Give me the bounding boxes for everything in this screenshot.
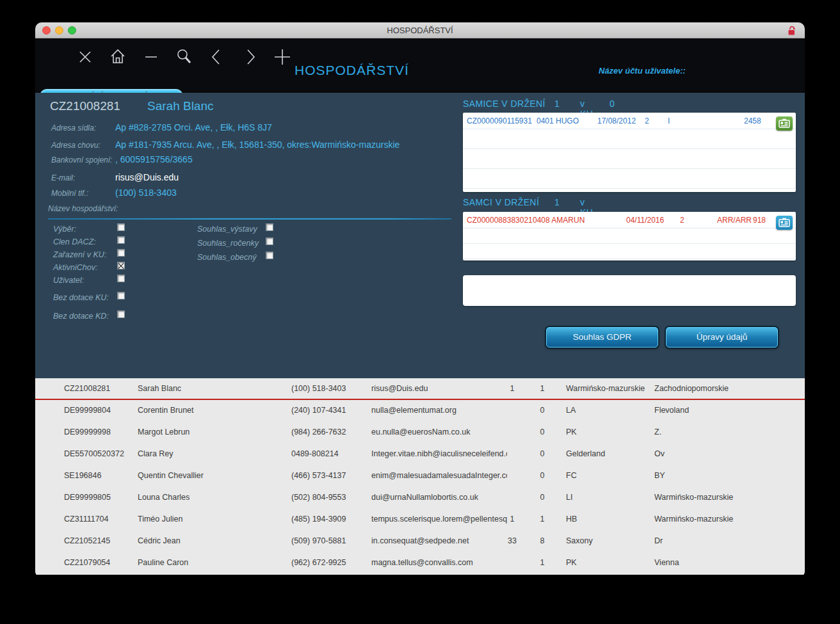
cell-name: Pauline Caron [138,552,188,573]
mobil-value[interactable]: (100) 518-3403 [115,188,177,198]
cell-name: Louna Charles [138,487,190,508]
forward-icon[interactable] [241,47,260,66]
cell-count1: 1 [503,378,522,399]
adresa-chovu-value[interactable]: Ap #181-7935 Arcu. Ave, , Ełk, 15681-350… [115,140,400,150]
cell-count2: 0 [538,465,547,486]
checkbox[interactable] [117,262,125,269]
cell-id: CZ31111704 [64,509,109,530]
cell-id: DE99999805 [64,487,111,508]
cell-name: Cédric Jean [138,531,181,552]
empty-list-row [463,228,796,244]
back-icon[interactable] [207,47,226,66]
checkbox-row: Clen DACZ: [53,236,181,248]
home-icon[interactable] [108,47,127,66]
user-account-label: Název účtu uživatele:: [599,66,686,76]
cell-phone: (984) 266-7632 [291,422,346,443]
bankovni-spojeni-value[interactable]: , 6005915756/3665 [115,154,193,164]
checkbox[interactable] [117,275,125,282]
adresa-sidla-value[interactable]: Ap #828-2785 Orci. Ave, , Ełk, H6S 8J7 [115,122,272,132]
checkbox-label: Výběr: [53,225,76,234]
cell-count2: 0 [538,487,547,508]
cell-phone: (100) 518-3403 [291,378,346,399]
cell-count1: 33 [503,531,522,552]
checkbox[interactable] [266,252,273,259]
table-row[interactable]: DE99999805 Louna Charles (502) 804-9553 … [35,487,805,509]
checkbox[interactable] [266,223,273,231]
cell-phone: (509) 970-5881 [291,531,346,552]
checkbox[interactable] [117,310,125,318]
cell-id: DE55700520372 [64,444,124,465]
checkbox-label: Bez dotace KD: [53,312,109,321]
status-footer: id 1001 Created: Modified: 09/05/2019 00… [35,575,805,577]
cell-region2: Zachodniopomorskie [654,378,729,399]
checkbox[interactable] [117,223,125,231]
minimize-icon[interactable] [141,47,161,66]
samice-ku-count: 0 [610,99,615,109]
cell-region2: BY [654,465,665,486]
checkbox-label: Uživatel: [53,276,84,285]
samice-count: 1 [554,99,560,109]
notes-box[interactable] [463,275,796,306]
checkbox[interactable] [117,292,125,300]
table-row[interactable]: SE196846 Quentin Chevallier (466) 573-41… [35,465,805,487]
checkbox[interactable] [117,249,125,257]
cell-id: SE196846 [64,465,101,486]
checkbox-group-left: Výběr:Clen DACZ:Zařazení v KU:AktivniCho… [53,223,181,323]
cell-region1: LA [566,400,576,421]
cell-email: dui@urnaNullamlobortis.co.uk [371,487,507,508]
id-card-icon[interactable] [776,216,793,230]
checkbox[interactable] [266,237,273,245]
table-row[interactable]: CZ31111704 Timéo Julien (485) 194-3909 t… [35,509,805,531]
id-card-icon[interactable] [776,116,793,131]
table-row[interactable]: CZ21052145 Cédric Jean (509) 970-5881 in… [35,531,805,552]
cell-phone: 0489-808214 [291,444,339,465]
table-row[interactable]: CZ21008281 Sarah Blanc (100) 518-3403 ri… [35,378,805,400]
samci-row[interactable]: CZ0000088383021 0408 AMARUN 04/11/2016 2… [463,212,796,228]
search-icon[interactable] [174,47,193,66]
checkbox-row: Výběr: [53,223,181,236]
samci-row-id: CZ0000088383021 [467,216,533,225]
gdpr-consent-button[interactable]: Souhlas GDPR [546,327,658,348]
checkbox-row: Bez dotace KU: [53,291,181,304]
samci-row-name: 0408 AMARUN [533,216,585,225]
cell-count2: 0 [538,422,547,443]
checkbox-label: Clen DACZ: [53,237,96,246]
cell-region2: Warmińsko-mazurskie [654,509,733,530]
table-row[interactable]: DE99999804 Corentin Brunet (240) 107-434… [35,400,805,422]
nazev-hospodarstvi-label: Název hospodářství: [48,203,118,213]
cell-name: Sarah Blanc [138,378,181,399]
edit-data-button[interactable]: Úpravy údajů [666,327,778,348]
table-row[interactable]: CZ21079054 Pauline Caron (962) 672-9925 … [35,552,805,574]
cell-region2: Vienna [654,552,679,573]
checkbox-label: AktivniChov: [53,263,97,272]
cell-name: Quentin Chevallier [138,465,204,486]
close-icon[interactable] [76,47,95,66]
cell-count2: 1 [538,509,547,530]
cell-phone: (962) 672-9925 [291,552,346,573]
cell-id: CZ21008281 [64,378,110,399]
app-window: HOSPODÁŘSTVÍ HOSPODÁŘSTVÍ Název účtu uži… [35,22,805,577]
checkbox[interactable] [117,236,125,244]
cell-region2: Ov [654,444,665,465]
samci-row-date: 04/11/2016 [626,216,664,225]
table-row[interactable]: DE99999998 Margot Lebrun (984) 266-7632 … [35,422,805,444]
table-row[interactable]: DE55700520372 Clara Rey 0489-808214 Inte… [35,444,805,465]
cell-id: CZ21052145 [64,531,110,552]
cell-region2: Warmińsko-mazurskie [654,487,733,508]
cell-region2: Z. [654,422,661,443]
samci-title: SAMCI V DRŽENÍ [463,197,539,207]
cell-region1: Warmińsko-mazurskie [566,378,645,399]
checkbox-row: Souhlas_výstavy [197,223,338,237]
unlock-icon[interactable] [786,25,797,36]
titlebar: HOSPODÁŘSTVÍ [35,22,805,38]
email-value[interactable]: risus@Duis.edu [115,172,179,182]
cell-region2: Flevoland [654,400,689,421]
samice-row[interactable]: CZ0000090115931 0401 HUGO 17/08/2012 2 I… [463,113,796,129]
plus-icon[interactable] [273,47,292,66]
records-table: CZ21008281 Sarah Blanc (100) 518-3403 ri… [35,378,805,575]
cell-id: DE99999998 [64,422,111,443]
cell-phone: (240) 107-4341 [291,400,346,421]
cell-email: risus@Duis.edu [371,378,507,399]
cell-phone: (466) 573-4137 [291,465,346,486]
adresa-chovu-label: Adresa chovu: [51,140,115,150]
